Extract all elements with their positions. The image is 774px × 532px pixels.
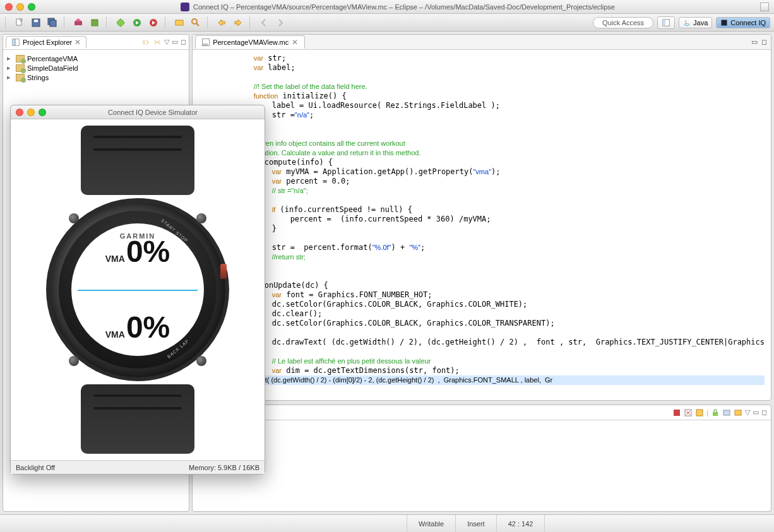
- terminate-icon[interactable]: [672, 408, 681, 417]
- svg-rect-23: [723, 410, 730, 415]
- save-button[interactable]: [30, 16, 42, 29]
- field-label-top: VMA: [105, 254, 125, 264]
- svg-rect-16: [722, 20, 727, 25]
- simulator-title: Connect IQ Device Simulator: [108, 109, 198, 116]
- console-menu-icon[interactable]: ▽: [745, 408, 750, 417]
- svg-rect-17: [13, 39, 15, 46]
- editor-pane: PercentageVMAView.mc ✕ ▭ ◻ var str; var …: [192, 34, 771, 401]
- simulator-window[interactable]: Connect IQ Device Simulator START STOP B…: [10, 105, 265, 475]
- status-bar: Writable Insert 42 : 142: [0, 514, 774, 532]
- zoom-button[interactable]: [28, 3, 35, 11]
- minimize-button[interactable]: [27, 109, 35, 116]
- code-editor[interactable]: var str; var label; //! Set the label of…: [193, 50, 771, 400]
- status-insert: Insert: [455, 515, 496, 532]
- editor-tab[interactable]: PercentageVMAView.mc ✕: [195, 35, 305, 49]
- pin-console-icon[interactable]: [722, 408, 731, 417]
- console-subtitle: IQ: [193, 420, 771, 433]
- build-button[interactable]: [72, 16, 85, 29]
- main-window-titlebar: Connect IQ – PercentageVMA/source/Percen…: [0, 0, 774, 14]
- maximize-console-icon[interactable]: ◻: [761, 408, 767, 417]
- svg-rect-1: [20, 19, 22, 21]
- remove-launch-icon[interactable]: [684, 408, 693, 417]
- tree-item[interactable]: ▸PercentageVMA: [7, 54, 185, 63]
- save-all-button[interactable]: [46, 16, 59, 29]
- debug-button[interactable]: [114, 16, 127, 29]
- scroll-lock-icon[interactable]: [711, 408, 720, 417]
- perspective-connectiq-label: Connect IQ: [730, 19, 766, 27]
- fullscreen-icon[interactable]: [760, 3, 769, 11]
- simulator-titlebar[interactable]: Connect IQ Device Simulator: [11, 105, 265, 119]
- project-icon: [16, 74, 25, 81]
- tree-item[interactable]: ▸SimpleDataField: [7, 63, 185, 73]
- close-button[interactable]: [16, 109, 23, 116]
- package-button[interactable]: [88, 16, 101, 29]
- svg-rect-18: [15, 39, 19, 46]
- project-explorer-title: Project Explorer: [23, 38, 72, 46]
- watch-device: START STOP BACK LAP MENU UP DOWN LIGHT G…: [37, 126, 239, 454]
- prev-annotation-button[interactable]: [215, 16, 228, 29]
- project-icon: [16, 64, 25, 72]
- perspective-java[interactable]: Java: [679, 17, 712, 28]
- next-annotation-button[interactable]: [232, 16, 244, 29]
- watch-screen[interactable]: GARMIN VMA 0% VMA 0%: [71, 223, 204, 356]
- tree-item-label: PercentageVMA: [27, 55, 78, 62]
- run-button[interactable]: [131, 16, 143, 29]
- minimize-button[interactable]: [16, 3, 24, 11]
- simulator-statusbar: Backlight Off Memory: 5.9KB / 16KB: [11, 460, 265, 474]
- status-cursor: 42 : 142: [496, 515, 545, 532]
- status-writable: Writable: [407, 515, 455, 532]
- field-value-bottom: 0%: [126, 312, 170, 343]
- backlight-status: Backlight Off: [16, 464, 55, 471]
- svg-rect-5: [50, 20, 56, 27]
- memory-status: Memory: 5.9KB / 16KB: [189, 464, 259, 471]
- perspective-connectiq[interactable]: Connect IQ: [716, 17, 770, 28]
- svg-rect-11: [176, 20, 183, 25]
- view-menu-icon[interactable]: ▽: [164, 38, 169, 46]
- svg-rect-6: [74, 21, 82, 25]
- perspective-java-label: Java: [693, 19, 708, 27]
- field-value-top: 0%: [126, 237, 170, 267]
- svg-rect-24: [735, 410, 741, 415]
- project-tree[interactable]: ▸PercentageVMA ▸SimpleDataField ▸Strings: [3, 50, 189, 86]
- file-icon: [202, 38, 210, 46]
- collapse-all-icon[interactable]: [141, 38, 150, 47]
- main-toolbar: Quick Access Java Connect IQ: [0, 14, 774, 32]
- open-type-button[interactable]: [173, 16, 186, 29]
- project-explorer-icon: [11, 38, 20, 47]
- svg-point-8: [117, 20, 124, 26]
- svg-rect-22: [713, 412, 718, 416]
- display-console-icon[interactable]: [734, 408, 742, 417]
- svg-point-12: [192, 19, 197, 24]
- minimize-view-icon[interactable]: ▭: [172, 38, 178, 46]
- minimize-console-icon[interactable]: ▭: [753, 408, 759, 417]
- open-perspective-button[interactable]: [657, 16, 675, 29]
- svg-rect-7: [92, 20, 98, 26]
- zoom-button[interactable]: [39, 109, 46, 116]
- project-icon: [16, 55, 25, 62]
- close-button[interactable]: [5, 3, 13, 11]
- project-explorer-tab[interactable]: Project Explorer ✕: [6, 36, 86, 48]
- svg-rect-21: [696, 410, 703, 416]
- tree-item[interactable]: ▸Strings: [7, 73, 185, 82]
- run-last-button[interactable]: [147, 16, 160, 29]
- maximize-view-icon[interactable]: ◻: [181, 38, 186, 46]
- back-button[interactable]: [258, 16, 270, 29]
- clear-console-icon[interactable]: [695, 408, 704, 417]
- svg-rect-3: [34, 20, 38, 22]
- link-editor-icon[interactable]: [153, 38, 162, 47]
- maximize-editor-icon[interactable]: ◻: [761, 38, 767, 46]
- new-button[interactable]: [13, 16, 26, 29]
- editor-tab-label: PercentageVMAView.mc: [213, 38, 289, 46]
- minimize-editor-icon[interactable]: ▭: [751, 38, 758, 46]
- eclipse-icon: [181, 3, 189, 11]
- tree-item-label: Strings: [27, 74, 49, 81]
- svg-rect-19: [674, 410, 680, 416]
- watch-side-button[interactable]: [220, 264, 227, 279]
- forward-button[interactable]: [274, 16, 287, 29]
- close-icon[interactable]: ✕: [74, 38, 81, 47]
- close-icon[interactable]: ✕: [292, 38, 298, 47]
- window-title: Connect IQ – PercentageVMA/source/Percen…: [193, 3, 615, 11]
- svg-rect-14: [663, 19, 665, 26]
- quick-access-field[interactable]: Quick Access: [593, 17, 653, 28]
- search-button[interactable]: [189, 16, 202, 29]
